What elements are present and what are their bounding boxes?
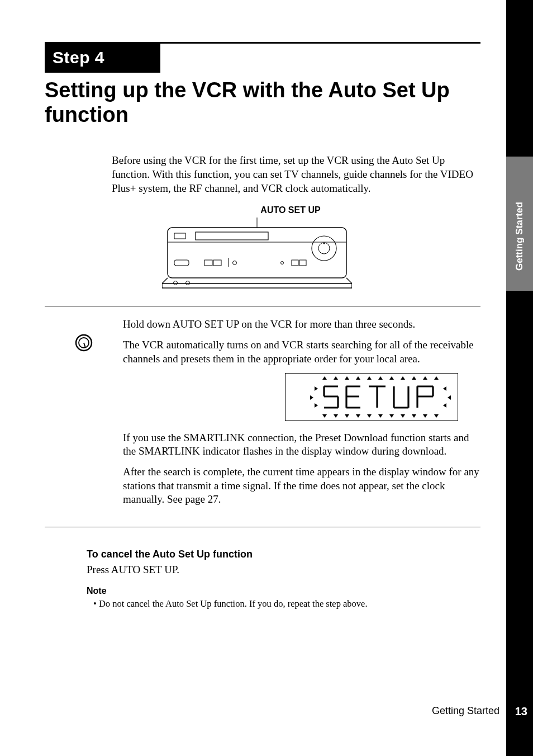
note-item: Do not cancel the Auto Set Up function. … [87, 598, 478, 609]
svg-marker-27 [356, 376, 360, 380]
svg-marker-46 [315, 386, 318, 391]
procedure-step: Hold down AUTO SET UP on the VCR for mor… [45, 318, 480, 513]
footer-section: Getting Started [432, 705, 499, 717]
svg-marker-26 [345, 376, 349, 380]
svg-point-19 [174, 281, 178, 285]
svg-marker-41 [389, 414, 394, 418]
procedure-p3: If you use the SMARTLINK connection, the… [123, 431, 480, 459]
svg-marker-33 [423, 376, 427, 380]
procedure-p1: Hold down AUTO SET UP on the VCR for mor… [123, 318, 480, 332]
svg-marker-31 [401, 376, 405, 380]
svg-marker-47 [315, 403, 318, 408]
svg-marker-51 [448, 395, 451, 400]
svg-rect-9 [204, 260, 212, 266]
main-content: Step 4 Setting up the VCR with the Auto … [45, 42, 480, 609]
svg-point-6 [318, 243, 330, 254]
svg-rect-10 [213, 260, 221, 266]
cancel-body: Press AUTO SET UP. [87, 564, 478, 576]
page-title: Setting up the VCR with the Auto Set Up … [45, 78, 480, 127]
note-heading: Note [87, 586, 478, 596]
svg-point-13 [281, 262, 284, 264]
svg-rect-8 [174, 260, 189, 266]
svg-marker-25 [334, 376, 338, 380]
procedure-p4: After the search is complete, the curren… [123, 465, 480, 507]
svg-marker-49 [443, 386, 446, 391]
svg-marker-43 [412, 414, 416, 418]
svg-marker-29 [378, 376, 383, 380]
svg-marker-24 [322, 376, 327, 380]
svg-rect-1 [168, 228, 346, 278]
svg-marker-36 [334, 414, 338, 418]
section-tab: Getting Started [506, 157, 533, 291]
svg-marker-39 [367, 414, 372, 418]
footer-page-number: 13 [515, 705, 527, 718]
svg-point-7 [323, 243, 325, 244]
divider-top [45, 306, 480, 306]
procedure-body: Hold down AUTO SET UP on the VCR for mor… [123, 318, 480, 513]
lcd-frame [285, 373, 458, 421]
vcr-figure: AUTO SET UP [112, 205, 402, 290]
svg-rect-15 [299, 260, 306, 266]
divider-bottom [45, 527, 480, 527]
svg-line-23 [84, 343, 85, 348]
svg-marker-30 [389, 376, 394, 380]
svg-marker-40 [378, 414, 383, 418]
svg-marker-32 [412, 376, 416, 380]
svg-marker-28 [367, 376, 372, 380]
svg-marker-45 [434, 414, 439, 418]
vcr-button-label: AUTO SET UP [179, 205, 402, 215]
svg-marker-34 [434, 376, 439, 380]
svg-marker-37 [345, 414, 349, 418]
svg-rect-14 [292, 260, 298, 266]
svg-marker-50 [443, 403, 446, 408]
vcr-illustration [162, 218, 352, 290]
page: Getting Started Step 4 Setting up the VC… [0, 0, 533, 756]
svg-marker-35 [322, 414, 327, 418]
outer-margin-black [506, 0, 533, 756]
svg-marker-42 [401, 414, 405, 418]
svg-marker-48 [310, 395, 313, 400]
step-header-row: Step 4 [45, 44, 480, 73]
svg-marker-44 [423, 414, 427, 418]
page-footer: Getting Started 13 [432, 705, 499, 717]
svg-marker-38 [356, 414, 360, 418]
lcd-display-figure [285, 373, 480, 421]
step-badge: Step 4 [45, 44, 160, 73]
svg-rect-4 [174, 233, 185, 239]
intro-paragraph: Before using the VCR for the first time,… [112, 154, 480, 195]
procedure-p2: The VCR automatically turns on and VCR s… [123, 338, 480, 366]
cancel-heading: To cancel the Auto Set Up function [87, 549, 478, 560]
svg-point-20 [186, 281, 190, 285]
svg-point-12 [233, 261, 237, 265]
svg-rect-3 [196, 232, 268, 240]
after-section: To cancel the Auto Set Up function Press… [87, 549, 478, 609]
section-tab-label: Getting Started [506, 173, 533, 274]
clock-icon [45, 318, 123, 513]
svg-point-5 [312, 236, 336, 261]
